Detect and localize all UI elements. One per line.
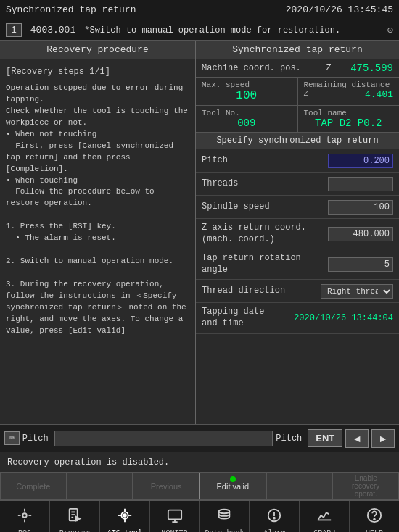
nav-databank-label: Data bank [205,529,244,532]
svg-point-22 [273,518,275,519]
nav-monitr-label: MONITR [162,529,188,532]
svg-point-15 [123,514,126,517]
dist-label: Remaining distance [304,80,394,89]
threads-label: Threads [202,178,328,190]
main-content: Recovery procedure [Recovery steps 1/1] … [0,41,399,425]
z-axis-input[interactable] [328,227,393,241]
steps-header: [Recovery steps 1/1] [6,65,189,78]
spec-title: Specify synchronized tap return [196,133,399,149]
header-datetime: 2020/10/26 13:45:45 [286,4,393,15]
pitch-label: Pitch [202,155,328,167]
speed-block: Max. speed 100 [196,78,298,105]
tool-no-block: Tool No. 009 [196,106,298,132]
enable-recovery-button[interactable]: Enablerecoveryoperat. [332,473,399,499]
graph-icon [316,507,332,527]
nav-alarm[interactable]: Alarm [250,501,300,532]
nav-help[interactable]: HELP [350,501,399,532]
dist-sub: Z 4.401 [304,89,394,100]
svg-point-19 [219,510,230,514]
tool-row: Tool No. 009 Tool name TAP D2 P0.2 [196,106,399,133]
z-axis-row: Z axis return coord.(mach. coord.) [196,219,399,249]
svg-point-25 [374,519,375,520]
ent-button[interactable]: ENT [308,429,342,447]
tapping-date-value: 2020/10/26 13:44:04 [294,313,393,323]
tool-no-value: 009 [202,117,292,129]
previous-button[interactable]: Previous [133,473,200,499]
threads-row: Threads [196,173,399,196]
svg-rect-23 [318,520,331,521]
nav-monitr[interactable]: MONITR [150,501,200,532]
spindle-speed-input[interactable] [328,200,393,215]
speed-value: 100 [202,89,292,102]
left-panel-title: Recovery procedure [0,41,195,59]
svg-marker-9 [76,517,81,521]
z-axis-label: Z axis return coord.(mach. coord.) [202,223,328,245]
dist-value: 4.401 [365,89,393,100]
speed-label: Max. speed [202,80,292,89]
tool-name-value: TAP D2 P0.2 [304,117,394,129]
input-label1: Pitch [22,433,52,444]
help-icon [366,507,382,527]
nav-pos[interactable]: POS [0,501,50,532]
tapping-date-label: Tapping dateand time [202,307,294,329]
status-bar: Recovery operation is disabled. [0,452,399,473]
keyboard-icon[interactable]: ⌨ [4,431,20,445]
edit-valid-button[interactable]: Edit valid [200,473,266,499]
left-arrow-button[interactable]: ◄ [345,429,369,448]
monitr-icon [167,507,183,527]
input-label2: Pitch [276,433,305,444]
program-icon [67,507,83,527]
program-number: 1 [6,23,22,37]
tool-name-label: Tool name [304,109,394,117]
steps-text: Operation stopped due to error during ta… [6,83,189,337]
bottom-nav: POS Program ATC tool [0,500,399,532]
atc-icon [117,507,133,527]
svg-rect-16 [168,510,181,520]
top-header: Synchronized tap return 2020/10/26 13:45… [0,0,399,20]
action-btn-2 [67,473,133,499]
spindle-speed-label: Spindle speed [202,201,328,213]
complete-button[interactable]: Complete [0,473,67,499]
tap-return-angle-input[interactable] [328,257,393,272]
error-code: 4003.001 [30,25,75,36]
nav-alarm-label: Alarm [263,529,285,532]
dist-block: Remaining distance Z 4.401 [298,78,400,105]
mach-coord-label: Machine coord. pos. [202,63,301,73]
right-panel: Synchronized tap return Machine coord. p… [196,41,399,424]
tool-name-block: Tool name TAP D2 P0.2 [298,106,400,132]
nav-atc-label: ATC tool [107,529,142,532]
threads-input[interactable] [328,177,393,191]
left-panel: Recovery procedure [Recovery steps 1/1] … [0,41,196,424]
thread-direction-label: Thread direction [202,286,321,297]
pitch-row: Pitch [196,149,399,173]
thread-direction-row: Thread direction Right thread Left threa… [196,280,399,303]
databank-icon [216,507,232,527]
status-text: Recovery operation is disabled. [7,457,169,467]
second-bar: 1 4003.001 *Switch to manual operation m… [0,20,399,41]
nav-program[interactable]: Program [50,501,100,532]
header-title: Synchronized tap return [6,4,136,15]
tap-return-angle-row: Tap return rotation angle [196,249,399,280]
thread-direction-select[interactable]: Right thread Left thread [321,284,393,299]
nav-databank[interactable]: Data bank [200,501,250,532]
input-field[interactable] [54,431,273,446]
alarm-icon [266,507,282,527]
mach-coord-row: Machine coord. pos. Z 475.599 [196,59,399,78]
mach-coord-value: 475.599 [350,62,393,74]
status-message: *Switch to manual operation mode for res… [84,25,378,36]
nav-program-label: Program [59,529,90,532]
right-arrow-button[interactable]: ► [371,429,395,448]
green-dot-indicator [230,476,236,482]
nav-atc[interactable]: ATC tool [100,501,150,532]
tapping-date-row: Tapping dateand time 2020/10/26 13:44:04 [196,303,399,333]
action-btn-5 [266,473,333,499]
dist-axis: Z [304,89,309,100]
pos-icon [17,507,33,527]
recovery-steps-content: [Recovery steps 1/1] Operation stopped d… [0,59,195,343]
speed-dist-row: Max. speed 100 Remaining distance Z 4.40… [196,78,399,106]
action-buttons: Complete Previous Edit valid Enablerecov… [0,473,399,500]
nav-graph[interactable]: GRAPH [300,501,350,532]
nav-help-label: HELP [366,529,383,532]
pitch-input[interactable] [328,154,393,168]
nav-graph-label: GRAPH [313,529,335,532]
